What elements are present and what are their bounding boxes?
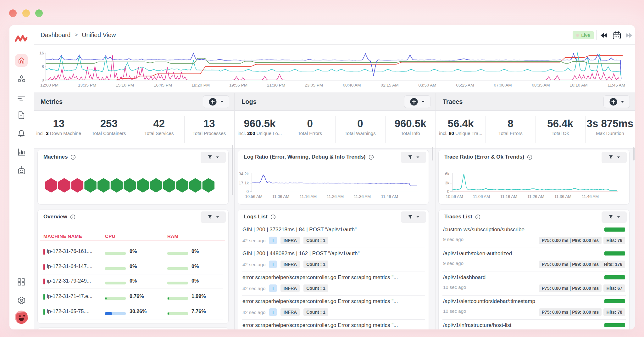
svg-text:11:36 AM: 11:36 AM (354, 194, 371, 199)
svg-text:10:56 AM: 10:56 AM (245, 194, 263, 199)
svg-text:17.1k: 17.1k (239, 181, 249, 185)
svg-text:19:55 PM: 19:55 PM (229, 83, 247, 87)
svg-text:03:50 AM: 03:50 AM (418, 83, 436, 87)
svg-text:00:40 AM: 00:40 AM (343, 83, 361, 87)
svg-text:11:46 AM: 11:46 AM (381, 194, 398, 199)
svg-text:11:26 AM: 11:26 AM (527, 194, 544, 199)
svg-text:15:10 PM: 15:10 PM (116, 83, 134, 87)
svg-text:07:00 AM: 07:00 AM (494, 83, 512, 87)
svg-text:6k: 6k (445, 171, 449, 176)
svg-text:21:30 PM: 21:30 PM (267, 83, 285, 87)
svg-text:12:00 PM: 12:00 PM (40, 83, 58, 87)
svg-text:0: 0 (447, 189, 449, 194)
svg-text:02:15 AM: 02:15 AM (380, 83, 398, 87)
svg-text:13:35 PM: 13:35 PM (78, 83, 96, 87)
svg-text:34.2k: 34.2k (239, 171, 249, 176)
svg-text:16:45 PM: 16:45 PM (154, 83, 172, 87)
svg-text:05:25 AM: 05:25 AM (456, 83, 474, 87)
svg-text:23:05 PM: 23:05 PM (305, 83, 323, 87)
svg-text:08:35 AM: 08:35 AM (532, 83, 550, 87)
svg-text:0: 0 (247, 189, 249, 194)
svg-text:11:46 AM: 11:46 AM (582, 194, 599, 199)
svg-text:11:36 AM: 11:36 AM (554, 194, 571, 199)
svg-text:11:45 AM: 11:45 AM (608, 83, 625, 87)
svg-text:10:10 AM: 10:10 AM (569, 83, 587, 87)
svg-text:18:20 PM: 18:20 PM (192, 83, 210, 87)
svg-text:11:16 AM: 11:16 AM (500, 194, 517, 199)
svg-text:11:16 AM: 11:16 AM (300, 194, 317, 199)
svg-text:10:56 AM: 10:56 AM (446, 194, 463, 199)
svg-text:0: 0 (42, 78, 44, 82)
svg-text:8: 8 (42, 64, 44, 69)
svg-text:11:06 AM: 11:06 AM (473, 194, 490, 199)
svg-text:11:26 AM: 11:26 AM (327, 194, 344, 199)
svg-text:3k: 3k (445, 181, 449, 185)
svg-text:16: 16 (39, 51, 44, 55)
svg-text:11:06 AM: 11:06 AM (272, 194, 289, 199)
